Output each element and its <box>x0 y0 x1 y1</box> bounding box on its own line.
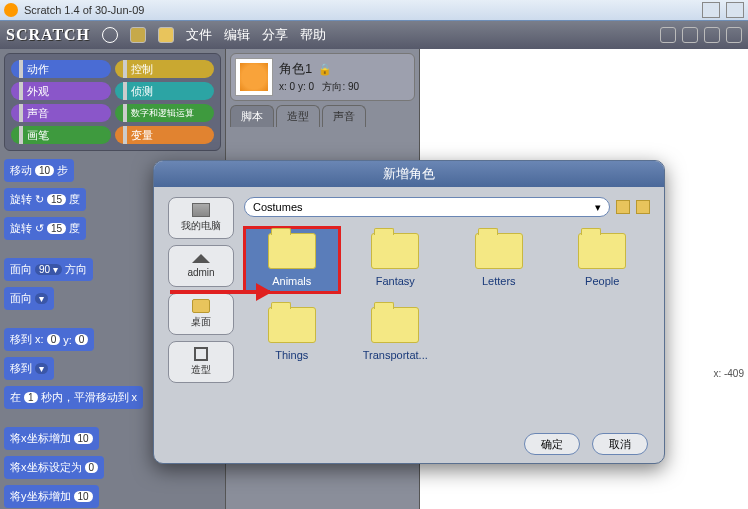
tool-grow-icon[interactable] <box>704 27 720 43</box>
cat-motion[interactable]: 动作 <box>11 60 111 78</box>
home-icon <box>192 254 210 263</box>
folder-icon <box>475 233 523 269</box>
tool-cut-icon[interactable] <box>682 27 698 43</box>
folder-letters[interactable]: Letters <box>451 227 547 293</box>
cat-icon <box>240 63 268 91</box>
chevron-down-icon: ▾ <box>595 201 601 214</box>
folder-fantasy[interactable]: Fantasy <box>348 227 444 293</box>
menu-edit[interactable]: 编辑 <box>224 26 250 44</box>
block-glide[interactable]: 在1秒内，平滑移动到 x <box>4 386 143 409</box>
cat-operators[interactable]: 数字和逻辑运算 <box>115 104 215 122</box>
computer-icon <box>192 203 210 217</box>
stage-coords: x: -409 <box>713 368 744 379</box>
block-set-x[interactable]: 将x坐标设定为0 <box>4 456 104 479</box>
maximize-button[interactable] <box>726 2 744 18</box>
window-title: Scratch 1.4 of 30-Jun-09 <box>24 4 144 16</box>
cat-sensing[interactable]: 侦测 <box>115 82 215 100</box>
sprite-name[interactable]: 角色1 <box>279 60 312 78</box>
side-computer[interactable]: 我的电脑 <box>168 197 234 239</box>
new-sprite-dialog: 新增角色 我的电脑 admin 桌面 造型 Costumes▾ Animals … <box>153 160 665 464</box>
cat-variables[interactable]: 变量 <box>115 126 215 144</box>
block-turn-right[interactable]: 旋转 ↻15度 <box>4 188 86 211</box>
block-move[interactable]: 移动10步 <box>4 159 74 182</box>
folder-grid: Animals Fantasy Letters People Things Tr… <box>244 227 650 367</box>
block-inc-y[interactable]: 将y坐标增加10 <box>4 485 99 508</box>
tab-sounds[interactable]: 声音 <box>322 105 366 127</box>
cat-control[interactable]: 控制 <box>115 60 215 78</box>
sprite-header: 角色1 🔒 x: 0 y: 0 方向: 90 <box>230 53 415 101</box>
cancel-button[interactable]: 取消 <box>592 433 648 455</box>
app-icon <box>4 3 18 17</box>
menu-file[interactable]: 文件 <box>186 26 212 44</box>
folder-icon <box>268 233 316 269</box>
open-icon[interactable] <box>158 27 174 43</box>
sprite-thumbnail[interactable] <box>235 58 273 96</box>
new-folder-icon[interactable] <box>636 200 650 214</box>
save-icon[interactable] <box>130 27 146 43</box>
folder-icon <box>371 307 419 343</box>
block-turn-left[interactable]: 旋转 ↺15度 <box>4 217 86 240</box>
cat-pen[interactable]: 画笔 <box>11 126 111 144</box>
folder-icon <box>578 233 626 269</box>
tabs: 脚本 造型 声音 <box>230 105 415 127</box>
path-dropdown[interactable]: Costumes▾ <box>244 197 610 217</box>
up-folder-icon[interactable] <box>616 200 630 214</box>
tab-scripts[interactable]: 脚本 <box>230 105 274 127</box>
annotation-arrow <box>170 290 270 294</box>
tool-shrink-icon[interactable] <box>726 27 742 43</box>
costume-icon <box>194 347 208 361</box>
block-goto[interactable]: 移到▾ <box>4 357 54 380</box>
folder-icon <box>268 307 316 343</box>
menu-share[interactable]: 分享 <box>262 26 288 44</box>
folder-icon <box>371 233 419 269</box>
window-titlebar: Scratch 1.4 of 30-Jun-09 <box>0 0 748 21</box>
block-goto-xy[interactable]: 移到 x:0y:0 <box>4 328 94 351</box>
side-desktop[interactable]: 桌面 <box>168 293 234 335</box>
dialog-sidebar: 我的电脑 admin 桌面 造型 <box>168 197 234 415</box>
category-panel: 动作 控制 外观 侦测 声音 数字和逻辑运算 画笔 变量 <box>4 53 221 151</box>
block-inc-x[interactable]: 将x坐标增加10 <box>4 427 99 450</box>
tab-costumes[interactable]: 造型 <box>276 105 320 127</box>
tool-stamp-icon[interactable] <box>660 27 676 43</box>
folder-things[interactable]: Things <box>244 301 340 367</box>
language-icon[interactable] <box>102 27 118 43</box>
cat-looks[interactable]: 外观 <box>11 82 111 100</box>
folder-people[interactable]: People <box>555 227 651 293</box>
side-home[interactable]: admin <box>168 245 234 287</box>
ok-button[interactable]: 确定 <box>524 433 580 455</box>
folder-icon <box>192 299 210 313</box>
lock-icon[interactable]: 🔒 <box>318 63 332 76</box>
block-point-dir[interactable]: 面向90 ▾方向 <box>4 258 93 281</box>
folder-transportation[interactable]: Transportat... <box>348 301 444 367</box>
side-costumes[interactable]: 造型 <box>168 341 234 383</box>
menu-help[interactable]: 帮助 <box>300 26 326 44</box>
cat-sound[interactable]: 声音 <box>11 104 111 122</box>
logo: SCRATCH <box>6 26 90 44</box>
minimize-button[interactable] <box>702 2 720 18</box>
menubar: SCRATCH 文件 编辑 分享 帮助 <box>0 21 748 49</box>
dialog-title: 新增角色 <box>154 161 664 187</box>
block-point-to[interactable]: 面向▾ <box>4 287 54 310</box>
